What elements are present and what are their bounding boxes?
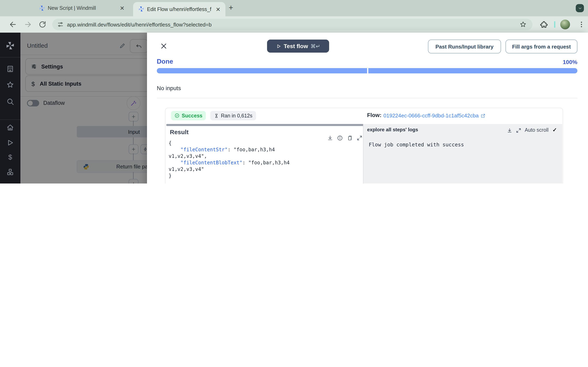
copy-icon[interactable] bbox=[347, 135, 353, 141]
screen: New Script | Windmill ✕ Edit Flow u/henr… bbox=[0, 0, 588, 184]
forward-icon[interactable] bbox=[24, 20, 32, 29]
reload-icon[interactable] bbox=[38, 20, 47, 29]
bookmark-star-icon[interactable] bbox=[519, 21, 527, 28]
site-settings-icon[interactable] bbox=[57, 21, 64, 28]
close-tab-icon[interactable]: ✕ bbox=[216, 6, 221, 12]
result-title: Result bbox=[170, 128, 189, 135]
past-runs-button[interactable]: Past Runs/Input library bbox=[428, 40, 501, 53]
expand-icon[interactable] bbox=[356, 135, 363, 141]
sidebar-item-favorites[interactable] bbox=[6, 81, 14, 89]
modal-dim-overlay bbox=[20, 33, 147, 184]
profile-accent-bar bbox=[554, 21, 555, 28]
logs-header: explore all steps' logs bbox=[367, 127, 418, 133]
drawer-content: Test flow ⌘↵ Past Runs/Input library Fil… bbox=[147, 33, 588, 184]
auto-scroll-label[interactable]: Auto scroll bbox=[525, 127, 549, 133]
json-line: v1,v2,v3,v4" bbox=[169, 166, 290, 173]
external-link-icon bbox=[481, 113, 485, 118]
back-icon[interactable] bbox=[9, 20, 17, 29]
download-icon[interactable] bbox=[327, 135, 333, 141]
duration-label: Ran in 0,612s bbox=[221, 113, 252, 118]
info-icon[interactable] bbox=[337, 135, 343, 141]
browser-menu-icon[interactable] bbox=[577, 20, 586, 29]
address-bar[interactable]: app.windmill.dev/flows/edit/u/henri/effo… bbox=[52, 19, 532, 30]
json-line: { bbox=[169, 140, 290, 146]
url-text: app.windmill.dev/flows/edit/u/henri/effo… bbox=[67, 21, 212, 27]
log-line: Flow job completed with success bbox=[369, 142, 464, 148]
sidebar-item-search[interactable] bbox=[6, 98, 14, 106]
flow-id-label: Flow: bbox=[367, 112, 381, 118]
sidebar-item-variables[interactable]: $ bbox=[6, 153, 14, 161]
download-icon[interactable] bbox=[507, 128, 512, 133]
flow-id-value: 019224ec-0666-ccff-9dbd-1c1af5c42cba bbox=[383, 113, 479, 119]
json-line: "fileContentBlobText": "foo,bar,h3,h4 bbox=[169, 159, 290, 166]
new-tab-icon[interactable]: + bbox=[229, 3, 233, 12]
flow-id-link[interactable]: 019224ec-0666-ccff-9dbd-1c1af5c42cba bbox=[383, 113, 485, 119]
browser-tab-new-script[interactable]: New Script | Windmill ✕ bbox=[35, 0, 130, 16]
status-text: Done bbox=[157, 58, 173, 65]
tab-title: New Script | Windmill bbox=[48, 5, 96, 11]
tab-search-button[interactable] bbox=[576, 4, 584, 12]
json-line: } bbox=[169, 173, 290, 179]
sidebar-item-resources[interactable] bbox=[6, 168, 14, 176]
divider bbox=[0, 57, 20, 58]
close-icon[interactable] bbox=[160, 42, 167, 50]
duration-badge: Ran in 0,612s bbox=[210, 111, 256, 120]
success-badge: Success bbox=[171, 111, 206, 120]
sidebar-item-runs[interactable] bbox=[6, 139, 14, 147]
hourglass-icon bbox=[214, 113, 219, 118]
test-flow-label: Test flow bbox=[284, 43, 308, 49]
shortcut-hint: ⌘↵ bbox=[311, 43, 320, 49]
check-circle-icon bbox=[174, 113, 180, 118]
windmill-favicon-icon bbox=[39, 5, 45, 11]
sidebar-item-home[interactable] bbox=[6, 124, 14, 132]
chevron-down-icon bbox=[578, 6, 582, 10]
progress-step-divider bbox=[367, 68, 368, 73]
play-icon bbox=[276, 43, 281, 49]
no-inputs-text: No inputs bbox=[157, 85, 181, 91]
divider bbox=[0, 119, 20, 120]
sidebar-item-apps[interactable] bbox=[6, 65, 14, 73]
windmill-logo-icon bbox=[5, 41, 15, 50]
success-label: Success bbox=[182, 113, 202, 118]
run-result-card: Success Ran in 0,612s Flow: 019224ec-066… bbox=[165, 108, 563, 184]
progress-bar bbox=[157, 68, 577, 73]
progress-percent: 100% bbox=[561, 59, 577, 65]
expand-icon[interactable] bbox=[516, 128, 521, 133]
fill-args-button[interactable]: Fill args from a request bbox=[506, 40, 577, 53]
json-line: "fileContentStr": "foo,bar,h3,h4 bbox=[169, 146, 290, 153]
browser-tab-edit-flow[interactable]: Edit Flow u/henri/effortless_fl ✕ bbox=[133, 2, 225, 16]
result-json: { "fileContentStr": "foo,bar,h3,h4 v1,v2… bbox=[169, 140, 290, 179]
windmill-favicon-icon bbox=[138, 6, 145, 12]
close-tab-icon[interactable]: ✕ bbox=[120, 5, 125, 11]
json-line: v1,v2,v3,v4", bbox=[169, 153, 290, 159]
past-runs-label: Past Runs/Input library bbox=[435, 43, 494, 50]
avatar[interactable] bbox=[560, 20, 570, 29]
tab-title: Edit Flow u/henri/effortless_fl bbox=[147, 6, 212, 12]
check-icon: ✓ bbox=[553, 127, 557, 133]
extensions-icon[interactable] bbox=[540, 20, 548, 29]
fill-args-label: Fill args from a request bbox=[512, 43, 571, 50]
divider bbox=[157, 98, 577, 98]
test-flow-button[interactable]: Test flow ⌘↵ bbox=[267, 40, 329, 53]
